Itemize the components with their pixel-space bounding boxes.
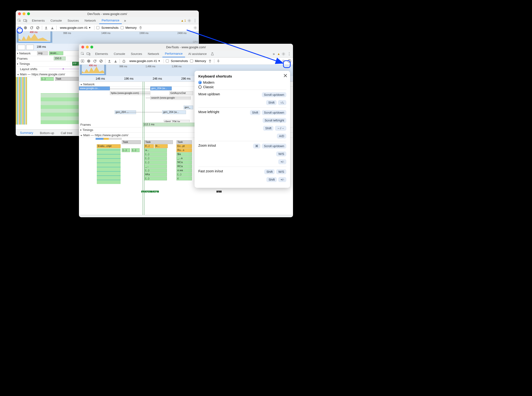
- tab-sources[interactable]: Sources: [65, 17, 81, 24]
- window-title: DevTools - www.google.com/: [79, 45, 293, 49]
- tab-bar: Elements Console Sources Network Perform…: [79, 50, 293, 58]
- tab-network[interactable]: Network: [82, 17, 98, 24]
- perf-settings-icon[interactable]: [281, 59, 285, 63]
- min-dot[interactable]: [23, 12, 25, 15]
- track-network[interactable]: Network: [19, 52, 31, 55]
- record-icon[interactable]: [87, 59, 91, 63]
- btab-bottomup[interactable]: Bottom-up: [37, 129, 57, 136]
- screenshots-checkbox[interactable]: [166, 59, 169, 63]
- radio-modern[interactable]: Modern: [198, 81, 286, 84]
- download-icon[interactable]: [113, 59, 118, 63]
- max-dot[interactable]: [90, 46, 93, 48]
- recording-dropdown[interactable]: www.google.com #1 ▼: [128, 59, 162, 63]
- inspect-icon[interactable]: [17, 18, 22, 23]
- close-icon[interactable]: [284, 74, 287, 77]
- help-icon[interactable]: ?: [287, 59, 292, 63]
- btab-calltree[interactable]: Call tree: [58, 129, 75, 136]
- radio-classic[interactable]: Classic: [198, 85, 286, 89]
- track-layout-shifts[interactable]: Layout shifts: [16, 67, 49, 71]
- zoom-marker: 198 ms: [37, 45, 46, 48]
- warnings-badge[interactable]: ▲ 1: [181, 19, 186, 22]
- flask-icon[interactable]: [210, 52, 215, 56]
- upload-icon[interactable]: [107, 59, 112, 63]
- clear-icon[interactable]: [99, 59, 103, 63]
- warnings-badge[interactable]: ▲: [277, 52, 280, 56]
- svg-rect-14: [87, 53, 89, 55]
- svg-point-12: [63, 68, 64, 70]
- screenshot-thumb[interactable]: [26, 45, 34, 50]
- svg-point-6: [25, 27, 26, 28]
- more-tabs-icon[interactable]: »: [123, 18, 127, 23]
- svg-line-8: [37, 27, 39, 29]
- gear-icon[interactable]: [187, 18, 192, 23]
- collect-garbage-icon[interactable]: [138, 26, 143, 30]
- upload-icon[interactable]: [44, 26, 48, 30]
- btab-calltree[interactable]: Call tree: [121, 215, 138, 217]
- track-timings[interactable]: Timings: [83, 128, 93, 132]
- perf-settings-icon[interactable]: [193, 26, 197, 30]
- track-frames[interactable]: Frames: [79, 122, 112, 127]
- track-main[interactable]: Main — https://www.google.com/: [20, 72, 65, 76]
- overview-marker: 498 ms: [30, 31, 38, 34]
- close-dot[interactable]: [81, 46, 84, 48]
- record-reload-icon[interactable]: [80, 59, 85, 63]
- tab-performance[interactable]: Performance: [162, 50, 185, 57]
- svg-point-24: [283, 60, 284, 62]
- reload-icon[interactable]: [93, 59, 97, 63]
- tab-elements[interactable]: Elements: [93, 50, 110, 57]
- svg-rect-2: [26, 20, 27, 22]
- btab-bottomup[interactable]: Bottom-up: [100, 215, 120, 217]
- kebab-icon[interactable]: ⋮: [193, 18, 197, 23]
- screenshot-thumb[interactable]: [18, 45, 25, 50]
- screenshots-checkbox[interactable]: [96, 26, 99, 29]
- home-icon[interactable]: [122, 59, 126, 63]
- collect-garbage-icon[interactable]: [208, 59, 212, 63]
- btab-eventlog[interactable]: Event log: [139, 215, 158, 217]
- handle-right[interactable]: [104, 65, 106, 75]
- memory-checkbox[interactable]: [121, 26, 124, 29]
- record-reload-icon[interactable]: [17, 26, 21, 30]
- sidebar-icon[interactable]: [216, 59, 220, 63]
- more-tabs-icon[interactable]: »: [271, 52, 276, 56]
- handle-left[interactable]: [80, 65, 82, 75]
- traffic-lights[interactable]: [81, 46, 93, 48]
- memory-checkbox[interactable]: [190, 59, 193, 63]
- tab-ai[interactable]: AI assistance: [186, 50, 209, 57]
- shortcuts-popover: Keyboard shortcuts Modern Classic Move u…: [195, 71, 290, 188]
- window-title: DevTools - www.google.com/: [16, 12, 199, 16]
- overview-minimap[interactable]: 998 ms 1498 ms 1998 ms 2498 ms 498 ms CP…: [16, 31, 199, 44]
- traffic-lights[interactable]: [18, 12, 30, 15]
- inspect-icon[interactable]: [80, 52, 85, 56]
- min-dot[interactable]: [86, 46, 89, 48]
- track-frames[interactable]: Frames: [16, 56, 49, 61]
- kebab-icon[interactable]: ⋮: [287, 52, 292, 56]
- tab-console[interactable]: Console: [111, 50, 127, 57]
- reload-icon[interactable]: [30, 26, 34, 30]
- close-dot[interactable]: [18, 12, 21, 15]
- device-icon[interactable]: [23, 18, 28, 23]
- record-icon[interactable]: [23, 26, 28, 30]
- tab-performance[interactable]: Performance: [99, 17, 122, 24]
- svg-line-21: [100, 60, 102, 62]
- download-icon[interactable]: [50, 26, 54, 30]
- gear-icon[interactable]: [281, 52, 286, 56]
- max-dot[interactable]: [27, 12, 30, 15]
- handle-left[interactable]: [17, 31, 18, 43]
- btab-summary[interactable]: Summary: [80, 215, 99, 217]
- track-network[interactable]: Network: [83, 82, 95, 86]
- tab-sources[interactable]: Sources: [128, 50, 145, 57]
- handle-right[interactable]: [50, 31, 52, 43]
- track-main[interactable]: Main — https://www.google.com/: [83, 133, 128, 137]
- bottom-tabs: Summary Bottom-up Call tree Event log: [79, 215, 293, 217]
- svg-rect-27: [80, 74, 106, 75]
- device-icon[interactable]: [86, 52, 91, 56]
- tab-elements[interactable]: Elements: [30, 17, 47, 24]
- btab-summary[interactable]: Summary: [17, 129, 36, 136]
- recording-dropdown[interactable]: www.google.com #1 ▼: [59, 26, 92, 29]
- perf-toolbar: www.google.com #1 ▼ Screenshots Memory: [16, 24, 199, 31]
- clear-icon[interactable]: [36, 26, 40, 30]
- tab-network[interactable]: Network: [146, 50, 162, 57]
- track-timings[interactable]: Timings: [19, 62, 30, 66]
- tab-console[interactable]: Console: [48, 17, 64, 24]
- svg-rect-10: [17, 42, 52, 43]
